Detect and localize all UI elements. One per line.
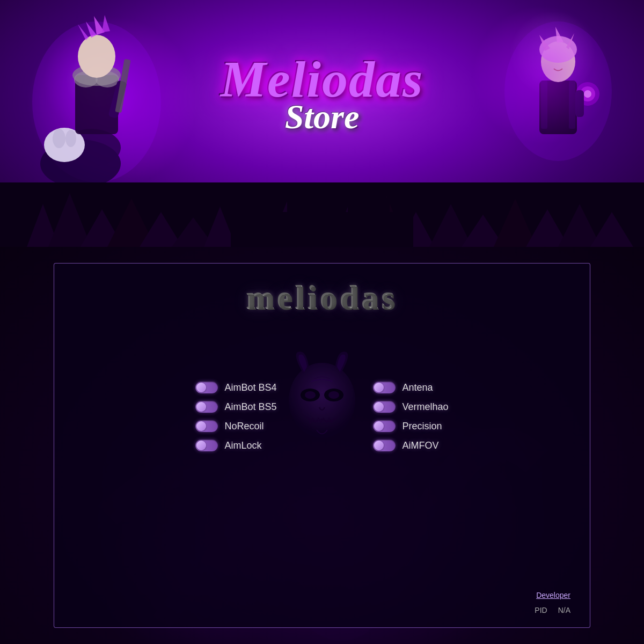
banner-title: Meliodas Store [221,54,424,134]
pid-label: PID [535,606,547,614]
toggle-switch-norecoil[interactable] [195,420,218,432]
toggle-norecoil[interactable]: NoRecoil [195,420,276,432]
toggle-label-norecoil: NoRecoil [224,421,264,432]
char-left [21,5,172,199]
svg-rect-18 [539,80,577,134]
svg-rect-54 [317,188,341,223]
toggle-column-right: Antena Vermelhao Precision AiMFOV [373,382,448,451]
svg-point-22 [539,36,577,63]
pid-row: PID N/A [535,606,570,614]
toggles-container: AimBot BS4 AimBot BS5 NoRecoil AimLock [54,382,590,451]
toggle-antena[interactable]: Antena [373,382,448,393]
toggle-aimbot-bs4[interactable]: AimBot BS4 [195,382,276,393]
toggle-switch-antena[interactable] [373,382,396,393]
svg-marker-25 [555,27,564,43]
toggle-label-precision: Precision [402,421,442,432]
toggle-label-aimfov: AiMFOV [402,440,438,451]
svg-rect-55 [348,192,368,223]
toggle-vermelhao[interactable]: Vermelhao [373,401,448,413]
toggle-label-vermelhao: Vermelhao [402,401,448,413]
toggle-label-antena: Antena [402,382,433,393]
toggle-label-aimlock: AimLock [224,440,261,451]
main-area: meliodas [0,247,644,644]
toggle-label-aimbot-bs5: AimBot BS5 [224,401,276,413]
svg-point-10 [78,35,115,78]
toggle-aimfov[interactable]: AiMFOV [373,440,448,451]
toggle-switch-aimfov[interactable] [373,440,396,451]
svg-point-4 [53,129,65,148]
char-right [499,11,617,172]
svg-marker-23 [539,35,550,51]
svg-rect-53 [287,191,309,223]
toggle-switch-precision[interactable] [373,420,396,432]
svg-point-27 [580,86,595,101]
svg-point-17 [504,21,612,161]
svg-rect-56 [375,197,390,223]
svg-rect-51 [241,201,255,223]
svg-point-28 [584,90,591,98]
banner: Meliodas Store [0,0,644,247]
trees-silhouette [0,182,644,247]
svg-point-26 [576,82,599,106]
svg-marker-24 [566,33,574,49]
toggle-label-aimbot-bs4: AimBot BS4 [224,382,276,393]
developer-link[interactable]: Developer [536,591,570,599]
svg-point-5 [65,130,76,147]
svg-rect-29 [575,90,584,117]
pid-value: N/A [558,606,570,614]
toggle-aimlock[interactable]: AimLock [195,440,276,451]
svg-rect-19 [541,80,547,129]
toggle-precision[interactable]: Precision [373,420,448,432]
svg-rect-57 [395,204,407,223]
svg-rect-52 [263,196,279,223]
panel-title: meliodas [54,279,590,317]
panel: meliodas [54,263,590,628]
toggle-switch-aimbot-bs5[interactable] [195,401,218,413]
toggle-switch-aimlock[interactable] [195,440,218,451]
toggle-switch-vermelhao[interactable] [373,401,396,413]
toggle-column-left: AimBot BS4 AimBot BS5 NoRecoil AimLock [195,382,276,451]
svg-rect-20 [569,80,575,129]
moon-glow-right [510,11,596,97]
toggle-aimbot-bs5[interactable]: AimBot BS5 [195,401,276,413]
toggle-switch-aimbot-bs4[interactable] [195,382,218,393]
svg-point-21 [541,41,575,82]
